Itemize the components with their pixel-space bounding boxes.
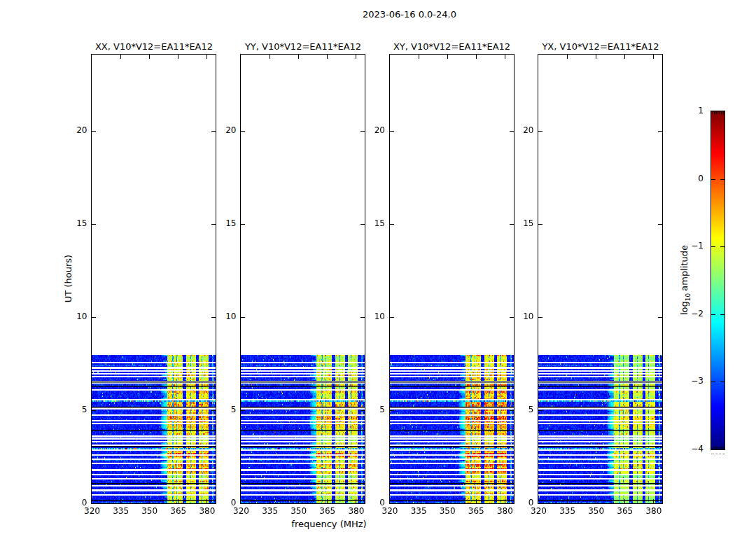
y-tick-label: 15	[66, 218, 88, 229]
colorbar-end-dots	[711, 454, 725, 454]
y-tick-label: 0	[364, 498, 385, 508]
y-tick-label: 5	[364, 405, 385, 415]
x-tick-label: 365	[163, 506, 194, 517]
colorbar-tick-label: −4	[682, 444, 704, 454]
y-tick-label: 5	[513, 405, 534, 415]
y-axis-label: UT (hours)	[63, 255, 74, 302]
colorbar-tick-label: −1	[682, 241, 704, 251]
x-tick-label: 335	[106, 506, 136, 517]
y-tick-label: 10	[216, 312, 237, 322]
y-tick-label: 20	[216, 125, 237, 136]
y-tick-label: 5	[216, 405, 237, 415]
x-tick-label: 365	[610, 506, 640, 517]
colorbar-label: log10amplitude	[679, 245, 692, 315]
panel-yy-plot-area	[240, 54, 365, 504]
colorbar-gradient	[711, 111, 724, 449]
panel-xx-plot-area	[91, 54, 216, 504]
colorbar-tick-label: 0	[682, 174, 704, 184]
colorbar-tick-label: −2	[682, 309, 704, 319]
colorbar	[710, 111, 725, 450]
y-tick-label: 5	[66, 405, 88, 415]
y-tick-label: 10	[513, 312, 534, 322]
panel-xx-heatmap	[92, 55, 216, 503]
y-tick-label: 0	[216, 498, 237, 508]
figure-root: 2023-06-16 0.0-24.0 XX, V10*V12=EA11*EA1…	[0, 0, 735, 560]
colorbar-tick-label: −3	[682, 376, 704, 386]
x-tick-label: 350	[284, 506, 314, 517]
x-tick-label: 335	[255, 506, 286, 517]
y-tick-label: 0	[513, 498, 534, 508]
x-tick-label: 335	[552, 506, 583, 517]
panel-xy-plot-area	[389, 54, 514, 504]
y-tick-label: 0	[66, 498, 88, 508]
y-tick-label: 20	[364, 125, 385, 136]
x-tick-label: 350	[134, 506, 165, 517]
x-axis-label: frequency (MHz)	[259, 519, 399, 529]
x-tick-label: 365	[461, 506, 491, 517]
panel-yx-heatmap	[538, 55, 662, 503]
panel-xy-heatmap	[390, 55, 514, 503]
x-tick-label: 350	[581, 506, 612, 517]
y-tick-label: 15	[216, 218, 237, 229]
figure-title: 2023-06-16 0.0-24.0	[304, 9, 514, 20]
panel-yx-plot-area	[538, 54, 663, 504]
colorbar-label-amp: amplitude	[679, 245, 690, 291]
x-tick-label: 350	[432, 506, 463, 517]
y-tick-label: 15	[364, 218, 385, 229]
x-tick-label: 365	[312, 506, 343, 517]
y-tick-label: 20	[66, 125, 88, 136]
panel-yy-heatmap	[241, 55, 365, 503]
panel-title-yx: YX, V10*V12=EA11*EA12	[510, 41, 692, 52]
x-tick-label: 380	[638, 506, 669, 517]
y-tick-label: 15	[513, 218, 534, 229]
x-tick-label: 335	[403, 506, 434, 517]
colorbar-tick-label: 1	[682, 106, 704, 116]
y-tick-label: 10	[364, 312, 385, 322]
y-tick-label: 20	[513, 125, 534, 136]
y-tick-label: 10	[66, 312, 88, 322]
colorbar-label-sub: 10	[685, 293, 692, 301]
